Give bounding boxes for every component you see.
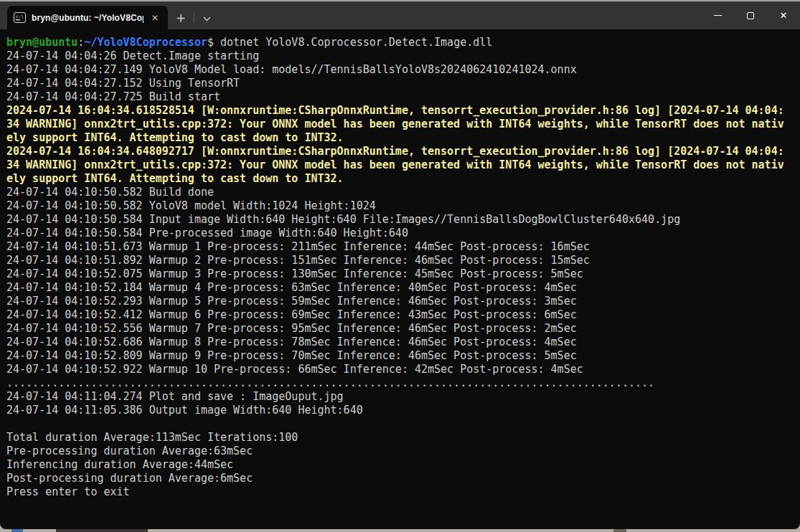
terminal-line: 24-07-14 04:10:52.686 Warmup 8 Pre-proce… [6, 336, 800, 349]
terminal-window: c:\ bryn@ubuntu: ~/YoloV8Coprocessor ✕ +… [0, 0, 800, 532]
titlebar-drag-area[interactable] [219, 1, 701, 29]
tab-dropdown-button[interactable] [194, 6, 219, 29]
terminal-line: 2024-07-14 16:04:34.618528514 [W:onnxrun… [6, 104, 800, 118]
terminal-line: 24-07-14 04:04:27.149 YoloV8 Model load:… [6, 63, 800, 77]
terminal-line: 24-07-14 04:10:52.075 Warmup 3 Pre-proce… [6, 267, 800, 281]
minimize-button[interactable] [701, 1, 734, 29]
command-text: dotnet YoloV8.Coprocessor.Detect.Image.d… [220, 36, 492, 49]
terminal-output[interactable]: bryn@ubuntu:~/YoloV8Coprocessor$ dotnet … [0, 29, 800, 529]
terminal-line: 24-07-14 04:10:52.922 Warmup 10 Pre-proc… [6, 363, 800, 376]
terminal-line: 34 WARNING] onnx2trt_utils.cpp:372: Your… [6, 118, 800, 131]
maximize-button[interactable] [734, 1, 767, 29]
terminal-line: 24-07-14 04:04:27.152 Using TensorRT [6, 77, 800, 90]
terminal-line: 24-07-14 04:10:51.673 Warmup 1 Pre-proce… [6, 240, 800, 254]
terminal-line: 24-07-14 04:10:50.582 YoloV8 model Width… [6, 199, 800, 213]
desktop-edge-blue-sliver [11, 529, 23, 532]
terminal-line: 24-07-14 04:10:52.293 Warmup 5 Pre-proce… [6, 295, 800, 308]
titlebar[interactable]: c:\ bryn@ubuntu: ~/YoloV8Coprocessor ✕ +… [0, 1, 800, 29]
close-button[interactable]: ✕ [767, 1, 800, 29]
desktop-edge-dark-segment [56, 529, 148, 532]
terminal-line: Post-processing duration Average:6mSec [6, 472, 800, 485]
new-tab-button[interactable]: + [168, 6, 194, 29]
terminal-lines: 24-07-14 04:04:26 Detect.Image starting2… [6, 49, 800, 499]
terminal-line: 24-07-14 04:11:04.274 Plot and save : Im… [6, 390, 800, 404]
terminal-line [6, 417, 800, 431]
svg-text:c:\: c:\ [16, 14, 24, 19]
chevron-down-icon [203, 11, 211, 24]
prompt-dollar: $ [207, 36, 220, 49]
desktop-edge-dark-notch [613, 529, 626, 532]
terminal-line: Inferencing duration Average:44mSec [6, 458, 800, 472]
tab-close-icon[interactable]: ✕ [149, 13, 161, 23]
terminal-line: 24-07-14 04:10:52.412 Warmup 6 Pre-proce… [6, 308, 800, 322]
terminal-line: 24-07-14 04:04:27.725 Build start [6, 90, 800, 104]
prompt-line: bryn@ubuntu:~/YoloV8Coprocessor$ dotnet … [6, 36, 800, 49]
maximize-icon [747, 12, 754, 19]
terminal-line: 24-07-14 04:10:52.556 Warmup 7 Pre-proce… [6, 322, 800, 336]
terminal-line: 24-07-14 04:11:05.386 Output image Width… [6, 404, 800, 417]
tab-title: bryn@ubuntu: ~/YoloV8Coprocessor [32, 13, 143, 23]
command-prompt-icon: c:\ [14, 12, 26, 23]
tab-active[interactable]: c:\ bryn@ubuntu: ~/YoloV8Coprocessor ✕ [7, 6, 168, 29]
terminal-line: 24-07-14 04:10:50.584 Input image Width:… [6, 213, 800, 227]
terminal-line: Total duration Average:113mSec Iteration… [6, 431, 800, 445]
close-icon: ✕ [780, 10, 788, 21]
prompt-path: ~/YoloV8Coprocessor [84, 36, 207, 49]
terminal-line: Pre-processing duration Average:63mSec [6, 445, 800, 458]
terminal-line: 34 WARNING] onnx2trt_utils.cpp:372: Your… [6, 158, 800, 172]
terminal-line: 24-07-14 04:10:52.809 Warmup 9 Pre-proce… [6, 349, 800, 363]
minimize-icon [714, 15, 722, 16]
terminal-line: 2024-07-14 16:04:34.648092717 [W:onnxrun… [6, 145, 800, 158]
terminal-line: 24-07-14 04:10:52.184 Warmup 4 Pre-proce… [6, 281, 800, 295]
prompt-user-host: bryn@ubuntu [6, 36, 77, 49]
terminal-line: ely support INT64. Attempting to cast do… [6, 131, 800, 145]
desktop-edge [0, 528, 800, 532]
terminal-line: 24-07-14 04:10:50.584 Pre-processed imag… [6, 227, 800, 240]
terminal-line: ........................................… [6, 376, 800, 390]
terminal-line: 24-07-14 04:10:50.582 Build done [6, 186, 800, 199]
terminal-line: Press enter to exit [6, 485, 800, 499]
terminal-line: 24-07-14 04:10:51.892 Warmup 2 Pre-proce… [6, 254, 800, 267]
terminal-line: 24-07-14 04:04:26 Detect.Image starting [6, 49, 800, 63]
terminal-line: ely support INT64. Attempting to cast do… [6, 172, 800, 186]
